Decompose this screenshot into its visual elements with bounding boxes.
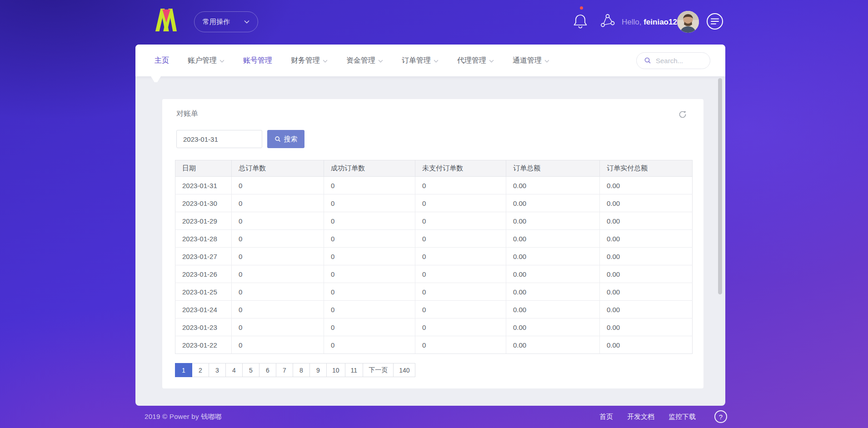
nav-item-agent-mgmt[interactable]: 代理管理 <box>457 56 494 65</box>
notifications-button[interactable] <box>572 13 589 30</box>
cell-success: 0 <box>324 177 415 194</box>
cell-unpaid: 0 <box>415 177 506 194</box>
chevron-down-icon <box>544 60 549 63</box>
page-button-4[interactable]: 4 <box>225 363 243 377</box>
cell-success: 0 <box>324 301 415 319</box>
statement-card: 对账单 搜索 <box>162 99 703 388</box>
nav-item-order-mgmt[interactable]: 订单管理 <box>402 56 439 65</box>
nav-item-funds-mgmt[interactable]: 资金管理 <box>346 56 383 65</box>
cell-success: 0 <box>324 230 415 248</box>
table-row: 2023-01-270000.000.00 <box>175 248 693 265</box>
quick-actions-dropdown[interactable]: 常用操作 <box>194 11 258 32</box>
menu-button[interactable] <box>706 12 724 30</box>
next-page-button[interactable]: 下一页 <box>363 363 394 377</box>
page-button-9[interactable]: 9 <box>309 363 327 377</box>
cell-success: 0 <box>324 336 415 354</box>
notification-dot <box>580 6 583 10</box>
refresh-button[interactable] <box>678 110 687 120</box>
page-button-7[interactable]: 7 <box>276 363 293 377</box>
page-button-1[interactable]: 1 <box>175 363 192 377</box>
col-header-total-orders: 总订单数 <box>232 160 324 177</box>
cell-paid-amount: 0.00 <box>600 301 693 319</box>
page-button-3[interactable]: 3 <box>209 363 226 377</box>
nav-item-profile-mgmt[interactable]: 账号管理 <box>243 56 272 65</box>
nav-item-channel-mgmt[interactable]: 通道管理 <box>513 56 549 65</box>
cell-total: 0 <box>232 177 324 194</box>
cell-paid-amount: 0.00 <box>600 230 693 248</box>
avatar-photo <box>677 11 699 33</box>
cell-amount: 0.00 <box>506 177 600 194</box>
cell-amount: 0.00 <box>506 194 600 212</box>
cell-unpaid: 0 <box>415 212 506 230</box>
col-header-order-total: 订单总额 <box>506 160 600 177</box>
last-page-button[interactable]: 140 <box>393 363 415 377</box>
cell-date: 2023-01-30 <box>175 194 232 212</box>
nav-item-home[interactable]: 主页 <box>155 56 169 65</box>
nav-item-label: 主页 <box>155 56 169 65</box>
cell-unpaid: 0 <box>415 194 506 212</box>
share-network-icon <box>599 13 616 30</box>
cell-paid-amount: 0.00 <box>600 265 693 283</box>
nav-item-label: 代理管理 <box>457 56 486 65</box>
search-button-label: 搜索 <box>284 135 298 144</box>
quick-actions-label: 常用操作 <box>203 18 230 26</box>
page-button-5[interactable]: 5 <box>242 363 259 377</box>
col-header-success-orders: 成功订单数 <box>324 160 415 177</box>
date-input[interactable] <box>176 130 262 148</box>
search-button[interactable]: 搜索 <box>267 130 304 148</box>
cell-paid-amount: 0.00 <box>600 212 693 230</box>
cell-unpaid: 0 <box>415 336 506 354</box>
help-button[interactable]: ? <box>714 410 727 423</box>
nav-item-label: 通道管理 <box>513 56 542 65</box>
table-row: 2023-01-280000.000.00 <box>175 230 693 248</box>
app-logo[interactable] <box>155 5 177 32</box>
cell-success: 0 <box>324 319 415 336</box>
cell-total: 0 <box>232 194 324 212</box>
share-button[interactable] <box>599 13 616 30</box>
search-input[interactable] <box>656 57 701 65</box>
cell-amount: 0.00 <box>506 301 600 319</box>
cell-total: 0 <box>232 336 324 354</box>
chevron-down-icon <box>434 60 439 63</box>
table-row: 2023-01-260000.000.00 <box>175 265 693 283</box>
cell-amount: 0.00 <box>506 248 600 265</box>
cell-date: 2023-01-27 <box>175 248 232 265</box>
cell-unpaid: 0 <box>415 319 506 336</box>
avatar[interactable] <box>677 11 699 33</box>
cell-date: 2023-01-26 <box>175 265 232 283</box>
footer-link-dev-docs[interactable]: 开发文档 <box>627 413 654 421</box>
cell-unpaid: 0 <box>415 283 506 301</box>
page-button-8[interactable]: 8 <box>293 363 310 377</box>
table-row: 2023-01-220000.000.00 <box>175 336 693 354</box>
cell-total: 0 <box>232 301 324 319</box>
nav-item-finance-mgmt[interactable]: 财务管理 <box>291 56 328 65</box>
cell-success: 0 <box>324 194 415 212</box>
cell-date: 2023-01-23 <box>175 319 232 336</box>
cell-unpaid: 0 <box>415 265 506 283</box>
table-row: 2023-01-230000.000.00 <box>175 319 693 336</box>
cell-paid-amount: 0.00 <box>600 336 693 354</box>
chevron-down-icon <box>323 60 328 63</box>
footer-link-home[interactable]: 首页 <box>599 413 613 421</box>
cell-date: 2023-01-22 <box>175 336 232 354</box>
cell-success: 0 <box>324 265 415 283</box>
page-button-6[interactable]: 6 <box>259 363 276 377</box>
page-button-10[interactable]: 10 <box>326 363 345 377</box>
scrollbar-thumb[interactable] <box>718 78 722 294</box>
table-row: 2023-01-310000.000.00 <box>175 177 693 194</box>
col-header-date: 日期 <box>175 160 232 177</box>
table-row: 2023-01-240000.000.00 <box>175 301 693 319</box>
cell-unpaid: 0 <box>415 230 506 248</box>
cell-total: 0 <box>232 248 324 265</box>
nav-item-account-mgmt[interactable]: 账户管理 <box>188 56 224 65</box>
refresh-icon <box>678 110 687 119</box>
cell-amount: 0.00 <box>506 283 600 301</box>
cell-amount: 0.00 <box>506 230 600 248</box>
page-button-11[interactable]: 11 <box>345 363 364 377</box>
nav-item-label: 财务管理 <box>291 56 320 65</box>
page-button-2[interactable]: 2 <box>192 363 209 377</box>
table-header-row: 日期 总订单数 成功订单数 未支付订单数 订单总额 订单实付总额 <box>175 160 693 177</box>
footer-link-monitor-download[interactable]: 监控下载 <box>668 413 696 421</box>
cell-total: 0 <box>232 212 324 230</box>
cell-paid-amount: 0.00 <box>600 194 693 212</box>
